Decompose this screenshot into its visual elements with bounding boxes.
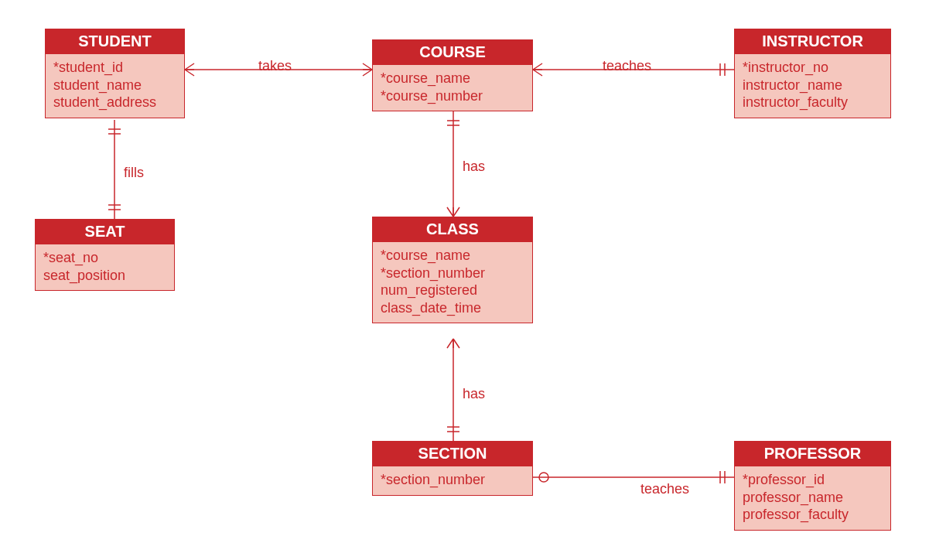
entity-student: STUDENT *student_id student_name student… [45,29,185,118]
attr-text: *course_name [381,247,524,265]
attr-text: student_address [53,94,176,111]
entity-student-attrs: *student_id student_name student_address [46,54,184,118]
attr-text: *section_number [381,265,524,282]
entity-seat-title: SEAT [36,220,174,244]
entity-instructor-attrs: *instructor_no instructor_name instructo… [735,54,890,118]
svg-point-16 [539,473,548,482]
rel-label-has-section: has [463,386,485,402]
entity-course-title: COURSE [373,40,532,65]
attr-text: *instructor_no [743,59,883,77]
attr-text: student_name [53,77,176,94]
rel-label-takes: takes [258,58,292,74]
rel-label-teaches-section: teaches [640,481,689,497]
entity-seat: SEAT *seat_no seat_position [35,219,175,291]
entity-class-attrs: *course_name *section_number num_registe… [373,242,532,323]
attr-text: *course_name [381,70,524,87]
attr-text: class_date_time [381,299,524,317]
entity-professor-attrs: *professor_id professor_name professor_f… [735,466,890,530]
attr-text: *course_number [381,87,524,105]
attr-text: professor_name [743,489,883,507]
attr-text: num_registered [381,282,524,299]
entity-seat-attrs: *seat_no seat_position [36,244,174,290]
entity-student-title: STUDENT [46,29,184,54]
attr-text: seat_position [43,267,166,285]
entity-class: CLASS *course_name *section_number num_r… [372,217,533,323]
rel-label-has-class: has [463,159,485,175]
rel-label-fills: fills [124,165,144,181]
entity-section-attrs: *section_number [373,466,532,495]
attr-text: professor_faculty [743,506,883,524]
entity-class-title: CLASS [373,217,532,242]
attr-text: *section_number [381,471,524,489]
entity-section: SECTION *section_number [372,441,533,496]
entity-instructor-title: INSTRUCTOR [735,29,890,54]
entity-instructor: INSTRUCTOR *instructor_no instructor_nam… [734,29,891,118]
attr-text: instructor_name [743,77,883,94]
entity-section-title: SECTION [373,442,532,466]
er-diagram-canvas: STUDENT *student_id student_name student… [0,0,929,560]
attr-text: *student_id [53,59,176,77]
attr-text: *seat_no [43,249,166,267]
attr-text: *professor_id [743,471,883,489]
attr-text: instructor_faculty [743,94,883,111]
entity-course-attrs: *course_name *course_number [373,65,532,111]
rel-label-teaches-course: teaches [603,58,651,74]
entity-professor-title: PROFESSOR [735,442,890,466]
entity-course: COURSE *course_name *course_number [372,39,533,111]
entity-professor: PROFESSOR *professor_id professor_name p… [734,441,891,531]
